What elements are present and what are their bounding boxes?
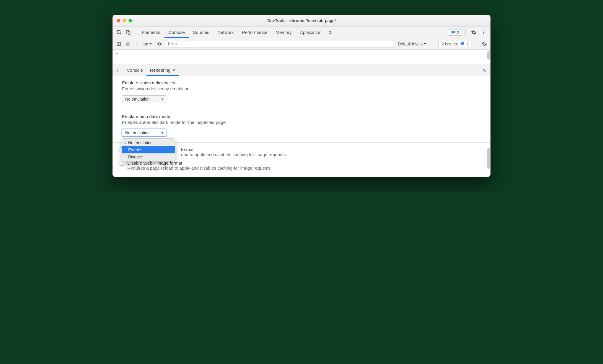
svg-point-15: [118, 70, 118, 70]
context-selector[interactable]: top: [141, 42, 154, 46]
svg-point-5: [483, 30, 484, 31]
svg-rect-4: [452, 32, 453, 32]
drawer-menu-icon[interactable]: [114, 66, 121, 75]
toolbar-right: 2: [448, 28, 488, 37]
tab-memory[interactable]: Memory: [272, 27, 296, 38]
console-body[interactable]: >: [113, 50, 490, 64]
section-description: Enables automatic dark mode for the insp…: [122, 120, 481, 125]
toggle-sidebar-icon[interactable]: [115, 40, 123, 48]
auto-dark-mode-dropdown: ✓ No emulation Enable Disable: [122, 138, 175, 161]
svg-line-10: [127, 43, 129, 45]
window-controls: [117, 19, 132, 22]
drawer-tab-strip: Console Rendering ✕: [113, 64, 490, 76]
drawer-tab-rendering[interactable]: Rendering ✕: [146, 64, 179, 76]
svg-rect-13: [461, 44, 462, 44]
main-tab-strip: Elements Console Sources Network Perform…: [113, 27, 490, 38]
svg-point-14: [118, 68, 118, 69]
maximize-window-button[interactable]: [128, 19, 132, 22]
comment-icon: [460, 42, 465, 46]
devtools-window: DevTools - chrome://new-tab-page/ Elemen…: [113, 15, 490, 177]
separator: [434, 41, 434, 47]
titlebar: DevTools - chrome://new-tab-page/: [113, 15, 490, 27]
separator: [465, 29, 466, 35]
console-prompt: >: [115, 51, 118, 56]
issues-box[interactable]: 2 Issues: 2: [438, 41, 472, 47]
auto-dark-mode-section: Emulate auto dark mode Enables automatic…: [113, 109, 490, 143]
section-title: Emulate vision deficiencies: [122, 80, 481, 85]
tab-application[interactable]: Application: [296, 27, 326, 38]
webp-desc: Requires a page reload to apply and disa…: [127, 165, 272, 170]
comment-icon: [451, 30, 455, 35]
clear-console-icon[interactable]: [124, 40, 132, 48]
tab-sources[interactable]: Sources: [189, 27, 214, 38]
check-icon: ✓: [124, 141, 128, 145]
issues-link-count: 2: [466, 42, 469, 46]
svg-rect-3: [452, 32, 454, 32]
issues-badge[interactable]: 2: [448, 29, 462, 36]
log-levels-selector[interactable]: Default levels: [395, 42, 430, 46]
svg-point-7: [483, 33, 484, 34]
issues-label: 2 Issues:: [441, 42, 458, 46]
more-tabs-icon[interactable]: [326, 28, 334, 37]
auto-dark-mode-select[interactable]: No emulation: [122, 129, 166, 137]
issues-count: 2: [457, 30, 459, 35]
rendering-panel: Emulate vision deficiencies Forces visio…: [113, 76, 490, 177]
window-title: DevTools - chrome://new-tab-page/: [113, 18, 490, 23]
console-toolbar: top Default levels 2 Issues: 2: [113, 38, 490, 50]
option-no-emulation[interactable]: ✓ No emulation: [122, 139, 175, 146]
device-toggle-icon[interactable]: [124, 28, 132, 37]
tab-elements[interactable]: Elements: [138, 27, 164, 38]
tab-performance[interactable]: Performance: [238, 27, 272, 38]
option-disable[interactable]: Disable: [122, 153, 175, 160]
minimize-window-button[interactable]: [123, 19, 126, 22]
svg-point-16: [118, 71, 118, 72]
settings-icon[interactable]: [470, 28, 478, 37]
drawer-tab-console[interactable]: Console: [123, 64, 146, 76]
tab-console[interactable]: Console: [164, 27, 189, 38]
separator: [136, 41, 136, 47]
inspect-element-icon[interactable]: [115, 28, 123, 37]
close-drawer-icon[interactable]: [480, 66, 489, 75]
vision-deficiency-section: Emulate vision deficiencies Forces visio…: [113, 76, 490, 109]
disable-webp-checkbox[interactable]: [120, 161, 124, 166]
scrollbar-thumb[interactable]: [487, 148, 490, 169]
vision-deficiency-select[interactable]: No emulation: [122, 95, 166, 103]
svg-point-6: [483, 32, 484, 33]
live-expression-icon[interactable]: [156, 40, 163, 48]
separator: [135, 29, 135, 35]
close-window-button[interactable]: [117, 19, 120, 22]
console-settings-icon[interactable]: [480, 40, 488, 48]
separator: [476, 41, 476, 47]
close-icon[interactable]: ✕: [172, 68, 176, 73]
option-enable[interactable]: Enable: [122, 146, 175, 153]
section-title: Emulate auto dark mode: [122, 114, 481, 119]
section-description: Forces vision deficiency emulation: [122, 86, 481, 91]
tab-network[interactable]: Network: [214, 27, 238, 38]
kebab-menu-icon[interactable]: [480, 28, 488, 37]
svg-rect-2: [128, 32, 130, 35]
svg-rect-12: [461, 43, 463, 43]
filter-input[interactable]: [165, 40, 393, 48]
scrollbar-thumb[interactable]: [487, 51, 490, 60]
svg-point-11: [159, 43, 160, 44]
